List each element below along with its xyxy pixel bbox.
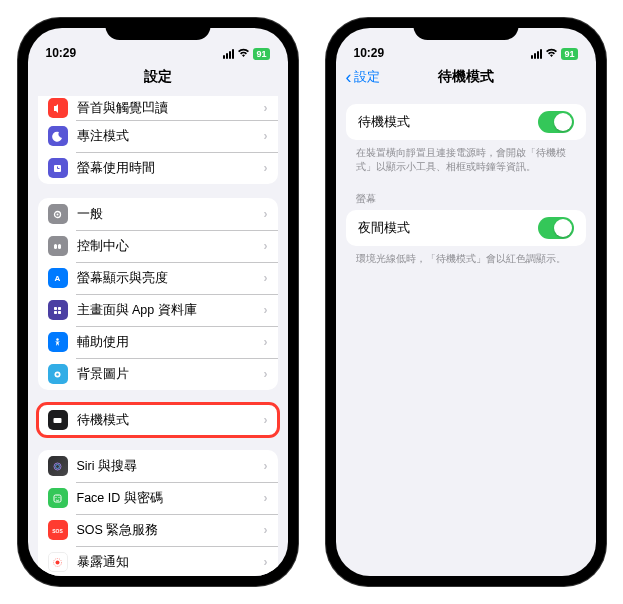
settings-list[interactable]: 晉首與觸覺凹讀 › 專注模式 › 螢幕使用時間 › [28,92,288,576]
chevron-right-icon: › [264,271,268,285]
screentime-icon [48,158,68,178]
status-time: 10:29 [46,46,77,60]
status-time: 10:29 [354,46,385,60]
settings-row-siri[interactable]: Siri 與搜尋 › [38,450,278,482]
signal-icon [223,49,234,59]
svg-point-15 [56,464,60,468]
svg-point-18 [58,496,59,497]
svg-text:A: A [55,274,61,283]
phone-frame-left: 10:29 91 設定 晉首與觸覺凹讀 › [18,18,298,586]
wallpaper-icon [48,364,68,384]
settings-row-control-center[interactable]: 控制中心 › [38,230,278,262]
back-button[interactable]: ‹ 設定 [346,68,380,86]
svg-point-10 [56,338,58,340]
settings-row-sounds[interactable]: 晉首與觸覺凹讀 › [38,96,278,120]
homescreen-icon [48,300,68,320]
svg-point-20 [56,560,60,564]
row-label: SOS 緊急服務 [77,522,255,539]
chevron-right-icon: › [264,413,268,427]
standby-footer: 在裝置橫向靜置且連接電源時，會開啟「待機模式」以顯示小工具、相框或時鐘等資訊。 [336,140,596,174]
chevron-left-icon: ‹ [346,68,352,86]
battery-icon: 91 [561,48,577,60]
settings-row-sos[interactable]: SOS SOS 緊急服務 › [38,514,278,546]
settings-row-focus[interactable]: 專注模式 › [38,120,278,152]
settings-row-faceid[interactable]: Face ID 與密碼 › [38,482,278,514]
standby-group: 待機模式 [346,104,586,140]
chevron-right-icon: › [264,491,268,505]
svg-rect-13 [54,418,62,423]
standby-icon [48,410,68,430]
settings-row-general[interactable]: 一般 › [38,198,278,230]
screen-right: 10:29 91 ‹ 設定 待機模式 待機模式 [336,28,596,576]
phone-frame-right: 10:29 91 ‹ 設定 待機模式 待機模式 [326,18,606,586]
settings-group-3: Siri 與搜尋 › Face ID 與密碼 › SOS SOS 緊急服務 › [38,450,278,576]
svg-rect-9 [58,311,61,314]
chevron-right-icon: › [264,101,268,115]
row-label: 控制中心 [77,238,255,255]
svg-point-14 [54,463,61,470]
sos-icon: SOS [48,520,68,540]
row-label: 輔助使用 [77,334,255,351]
settings-group-standby-highlight: 待機模式 › [38,404,278,436]
notch [105,18,210,40]
row-label: 夜間模式 [358,219,538,237]
svg-text:SOS: SOS [52,527,63,533]
standby-settings[interactable]: 待機模式 在裝置橫向靜置且連接電源時，會開啟「待機模式」以顯示小工具、相框或時鐘… [336,92,596,576]
settings-row-screentime[interactable]: 螢幕使用時間 › [38,152,278,184]
svg-rect-6 [54,307,57,310]
chevron-right-icon: › [264,367,268,381]
settings-row-accessibility[interactable]: 輔助使用 › [38,326,278,358]
chevron-right-icon: › [264,129,268,143]
row-label: 主畫面與 App 資料庫 [77,302,255,319]
settings-group-0: 晉首與觸覺凹讀 › 專注模式 › 螢幕使用時間 › [38,96,278,184]
chevron-right-icon: › [264,555,268,569]
settings-row-wallpaper[interactable]: 背景圖片 › [38,358,278,390]
chevron-right-icon: › [264,523,268,537]
settings-row-homescreen[interactable]: 主畫面與 App 資料庫 › [38,294,278,326]
settings-row-standby[interactable]: 待機模式 › [38,404,278,436]
svg-point-12 [56,373,59,376]
row-label: 晉首與觸覺凹讀 [77,100,255,117]
siri-icon [48,456,68,476]
standby-toggle-row[interactable]: 待機模式 [346,104,586,140]
chevron-right-icon: › [264,207,268,221]
svg-rect-7 [58,307,61,310]
chevron-right-icon: › [264,335,268,349]
night-toggle[interactable] [538,217,574,239]
general-icon [48,204,68,224]
row-label: 待機模式 [77,412,255,429]
chevron-right-icon: › [264,303,268,317]
notch [413,18,518,40]
row-label: Face ID 與密碼 [77,490,255,507]
focus-icon [48,126,68,146]
svg-point-17 [55,496,56,497]
svg-rect-8 [54,311,57,314]
screen-section-header: 螢幕 [336,188,596,210]
night-toggle-row[interactable]: 夜間模式 [346,210,586,246]
status-icons: 91 [223,48,269,60]
settings-row-exposure[interactable]: 暴露通知 › [38,546,278,576]
accessibility-icon [48,332,68,352]
night-group: 夜間模式 [346,210,586,246]
row-label: 螢幕顯示與亮度 [77,270,255,287]
night-footer: 環境光線低時，「待機模式」會以紅色調顯示。 [336,246,596,266]
row-label: Siri 與搜尋 [77,458,255,475]
chevron-right-icon: › [264,161,268,175]
wifi-icon [545,48,558,60]
chevron-right-icon: › [264,459,268,473]
settings-group-1: 一般 › 控制中心 › A 螢幕顯示與亮度 › [38,198,278,390]
status-icons: 91 [531,48,577,60]
exposure-icon [48,552,68,572]
faceid-icon [48,488,68,508]
standby-toggle[interactable] [538,111,574,133]
row-label: 專注模式 [77,128,255,145]
battery-icon: 91 [253,48,269,60]
row-label: 背景圖片 [77,366,255,383]
page-title: 待機模式 [438,68,494,86]
sounds-icon [48,98,68,118]
settings-row-display[interactable]: A 螢幕顯示與亮度 › [38,262,278,294]
row-label: 螢幕使用時間 [77,160,255,177]
nav-bar: ‹ 設定 待機模式 [336,62,596,92]
page-title: 設定 [144,68,172,86]
svg-rect-16 [54,495,61,502]
